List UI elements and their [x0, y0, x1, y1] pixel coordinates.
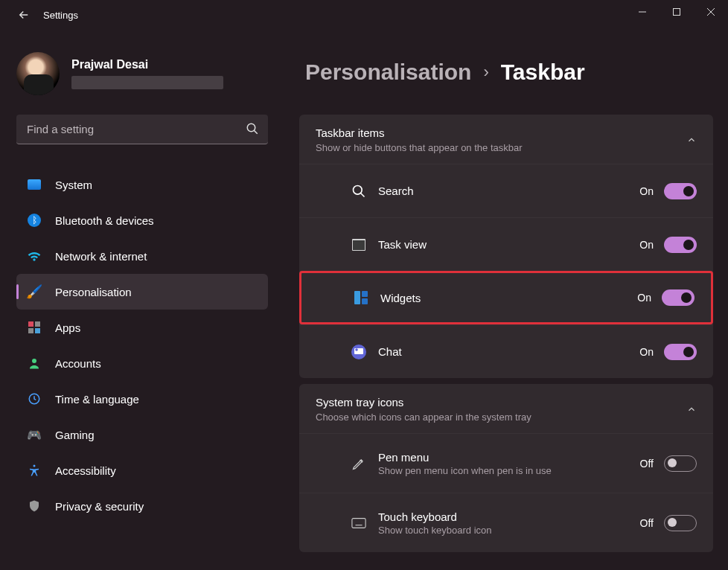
- toggle-state-text: On: [639, 185, 654, 197]
- paintbrush-icon: 🖌️: [27, 284, 42, 299]
- main-panel: Personalisation › Taskbar Taskbar items …: [284, 30, 728, 570]
- toggle-state-text: On: [637, 292, 651, 304]
- keyboard-icon: [351, 516, 366, 531]
- task-view-toggle[interactable]: [664, 237, 697, 253]
- sidebar-item-personalisation[interactable]: 🖌️ Personalisation: [16, 274, 268, 310]
- sidebar-item-label: Apps: [55, 321, 80, 334]
- row-label: Pen menu: [378, 451, 552, 464]
- toggle-state-text: On: [639, 346, 654, 358]
- bluetooth-icon: ᛒ: [27, 213, 42, 228]
- svg-line-8: [361, 193, 365, 196]
- sidebar-item-bluetooth[interactable]: ᛒ Bluetooth & devices: [16, 202, 268, 238]
- sidebar-item-network[interactable]: Network & internet: [16, 238, 268, 274]
- system-tray-header[interactable]: System tray icons Choose which icons can…: [299, 384, 713, 433]
- task-view-icon: [351, 237, 366, 252]
- row-label: Chat: [378, 345, 402, 358]
- svg-line-3: [254, 130, 258, 134]
- toggle-state-text: On: [639, 239, 654, 251]
- svg-rect-11: [354, 291, 360, 304]
- minimize-button[interactable]: [625, 0, 660, 24]
- search-toggle[interactable]: [664, 183, 697, 199]
- svg-point-4: [32, 359, 36, 363]
- row-sublabel: Show pen menu icon when pen is in use: [378, 465, 552, 476]
- svg-point-2: [247, 124, 255, 132]
- system-icon: [27, 177, 42, 192]
- toggle-state-text: Off: [640, 458, 654, 470]
- sidebar-item-label: Accounts: [55, 357, 101, 370]
- avatar: [16, 52, 60, 95]
- svg-rect-10: [353, 240, 365, 250]
- sidebar-item-label: System: [55, 179, 92, 191]
- svg-point-7: [354, 185, 363, 194]
- row-chat: Chat On: [299, 324, 713, 378]
- sidebar-item-time[interactable]: Time & language: [16, 381, 268, 417]
- chevron-up-icon: [686, 135, 697, 145]
- row-pen-menu: Pen menu Show pen menu icon when pen is …: [299, 433, 713, 493]
- shield-icon: [27, 499, 42, 513]
- wifi-icon: [27, 249, 42, 263]
- breadcrumb-current: Taskbar: [501, 60, 585, 85]
- chevron-up-icon: [686, 404, 697, 414]
- system-tray-panel: System tray icons Choose which icons can…: [299, 384, 713, 552]
- sidebar-item-apps[interactable]: Apps: [16, 310, 268, 345]
- widgets-toggle[interactable]: [662, 289, 695, 306]
- touch-keyboard-toggle[interactable]: [664, 515, 697, 531]
- svg-point-6: [33, 465, 36, 467]
- svg-point-15: [355, 348, 358, 351]
- sidebar-item-label: Privacy & security: [55, 500, 144, 513]
- panel-title: Taskbar items: [316, 127, 523, 139]
- sidebar-item-accessibility[interactable]: Accessibility: [16, 452, 268, 488]
- breadcrumb: Personalisation › Taskbar: [305, 60, 713, 85]
- row-search: Search On: [299, 164, 713, 217]
- clock-globe-icon: [27, 391, 42, 406]
- search-input[interactable]: [16, 115, 268, 144]
- search-icon: [246, 122, 259, 135]
- taskbar-items-panel: Taskbar items Show or hide buttons that …: [299, 115, 713, 378]
- panel-subtitle: Choose which icons can appear in the sys…: [316, 412, 531, 423]
- chat-toggle[interactable]: [664, 344, 697, 360]
- svg-rect-12: [362, 291, 368, 297]
- close-button[interactable]: [694, 0, 728, 24]
- gamepad-icon: 🎮: [27, 427, 42, 442]
- maximize-button[interactable]: [660, 0, 694, 24]
- row-label: Widgets: [380, 292, 421, 304]
- back-button[interactable]: [9, 8, 39, 22]
- pen-icon: [351, 456, 366, 471]
- panel-title: System tray icons: [316, 396, 531, 409]
- sidebar-item-label: Bluetooth & devices: [55, 214, 154, 227]
- row-label: Search: [378, 185, 414, 197]
- profile-name: Prajwal Desai: [71, 58, 223, 71]
- chat-icon: [351, 345, 366, 359]
- window-controls: [625, 0, 728, 24]
- sidebar-item-privacy[interactable]: Privacy & security: [16, 488, 268, 524]
- row-task-view: Task view On: [299, 217, 713, 271]
- taskbar-items-header[interactable]: Taskbar items Show or hide buttons that …: [299, 115, 713, 164]
- svg-rect-1: [674, 9, 680, 16]
- accessibility-icon: [27, 463, 42, 478]
- widgets-icon: [354, 290, 368, 305]
- titlebar: Settings: [0, 0, 728, 30]
- chevron-right-icon: ›: [483, 63, 488, 82]
- sidebar-item-label: Accessibility: [55, 464, 116, 477]
- panel-subtitle: Show or hide buttons that appear on the …: [316, 142, 523, 153]
- sidebar: Prajwal Desai System ᛒ Bluetooth & devic…: [0, 30, 284, 570]
- sidebar-item-accounts[interactable]: Accounts: [16, 345, 268, 381]
- sidebar-item-label: Gaming: [55, 429, 95, 441]
- toggle-state-text: Off: [640, 517, 654, 529]
- profile-block[interactable]: Prajwal Desai: [16, 52, 268, 95]
- sidebar-item-system[interactable]: System: [16, 167, 268, 202]
- row-label: Touch keyboard: [378, 510, 491, 523]
- breadcrumb-parent[interactable]: Personalisation: [305, 60, 471, 85]
- row-label: Task view: [378, 238, 427, 251]
- row-widgets: Widgets On: [299, 271, 713, 324]
- pen-menu-toggle[interactable]: [664, 455, 697, 472]
- sidebar-item-label: Network & internet: [55, 250, 147, 263]
- row-sublabel: Show touch keyboard icon: [378, 525, 491, 536]
- row-touch-keyboard: Touch keyboard Show touch keyboard icon …: [299, 493, 713, 552]
- sidebar-item-label: Time & language: [55, 393, 139, 406]
- sidebar-item-gaming[interactable]: 🎮 Gaming: [16, 417, 268, 452]
- person-icon: [27, 356, 42, 371]
- profile-email-redacted: [71, 76, 223, 89]
- sidebar-item-label: Personalisation: [55, 286, 132, 298]
- svg-rect-16: [352, 518, 365, 528]
